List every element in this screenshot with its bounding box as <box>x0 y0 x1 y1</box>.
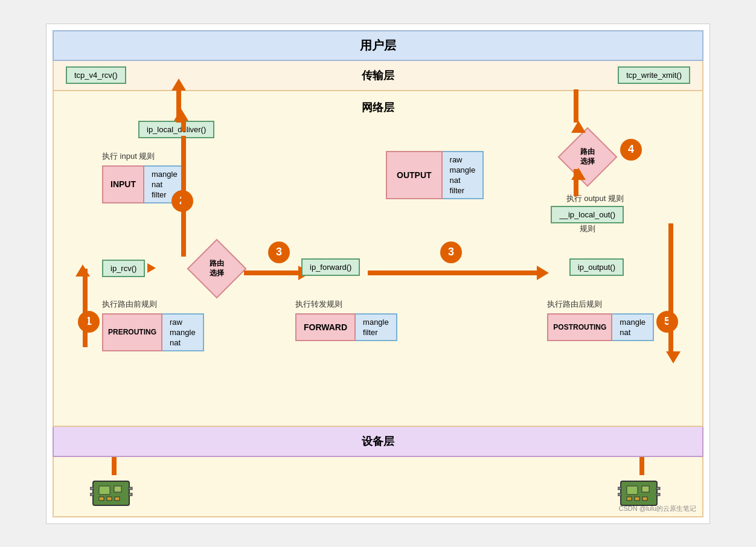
arrow-forward-to-output <box>368 266 549 280</box>
prerouting-section: 执行路由前规则 PREROUTING raw mangle nat <box>102 299 204 351</box>
left-arrow-line <box>83 269 88 347</box>
ip-rcv-box: ip_rcv() <box>102 260 145 277</box>
watermark: CSDN @lulu的云原生笔记 <box>618 504 696 513</box>
routing-diamond-top: 路由选择 <box>563 133 612 181</box>
device-layer: 设备层 <box>53 427 703 457</box>
execute-input-label: 执行 input 规则 <box>102 151 186 162</box>
svg-rect-14 <box>635 497 639 501</box>
svg-rect-3 <box>99 497 104 501</box>
tcp-write-xmit-box: tcp_write_xmit() <box>618 66 690 84</box>
routing-diamond-middle: 路由选择 <box>193 245 241 293</box>
below-device-layer: CSDN @lulu的云原生笔记 <box>53 457 703 517</box>
ip-output-box: ip_output() <box>569 258 624 276</box>
output-rule-3: filter <box>450 186 476 195</box>
arrow-head-local-out <box>571 168 586 180</box>
forward-rule-0: mangle <box>363 318 389 327</box>
execute-forward-label: 执行转发规则 <box>295 299 397 310</box>
v-arrow-from-transport <box>574 89 578 123</box>
routing-label-top: 路由选择 <box>580 147 595 166</box>
output-chain: OUTPUT raw mangle nat filter <box>386 151 484 199</box>
prerouting-rule-2: nat <box>170 338 196 347</box>
svg-rect-6 <box>90 487 94 490</box>
svg-rect-19 <box>656 493 660 496</box>
arrow-rcv-to-routing <box>147 263 156 273</box>
left-arrow-into-device <box>112 457 117 475</box>
routing-label-middle: 路由选择 <box>210 259 224 278</box>
right-pcb-area <box>618 457 666 511</box>
right-arrow-into-device <box>639 457 644 475</box>
svg-rect-15 <box>642 497 647 501</box>
svg-rect-17 <box>618 493 621 496</box>
postrouting-section: 执行路由后规则 POSTROUTING mangle nat <box>547 299 654 341</box>
input-rule-1: nat <box>152 180 178 189</box>
tcp-v4-rcv-box: tcp_v4_rcv() <box>66 66 126 84</box>
user-layer: 用户层 <box>53 30 703 61</box>
ip-local-out-area: 执行 output 规则 __ip_local_out() 规则 <box>551 193 624 234</box>
prerouting-chain-rules: raw mangle nat <box>162 313 204 351</box>
svg-rect-2 <box>114 486 121 492</box>
right-arrow-line <box>668 223 673 353</box>
postrouting-chain-name: POSTROUTING <box>547 313 612 341</box>
v-arrow-2-down <box>181 154 186 257</box>
prerouting-chain-name: PREROUTING <box>102 313 162 351</box>
transport-layer: tcp_v4_rcv() 传输层 tcp_write_xmit() <box>53 61 703 91</box>
device-layer-label: 设备层 <box>362 434 394 449</box>
execute-output-label: 执行 output 规则 <box>551 193 624 204</box>
postrouting-rule-0: mangle <box>620 318 645 327</box>
arrow-routing-to-forward <box>244 266 310 280</box>
input-chain-name: INPUT <box>102 165 144 203</box>
arrow-head-output <box>537 266 549 280</box>
prerouting-rule-1: mangle <box>170 328 196 337</box>
prerouting-rule-0: raw <box>170 318 196 327</box>
forward-chain-rules: mangle filter <box>356 313 397 341</box>
output-rule-2: nat <box>450 176 476 185</box>
forward-chain: FORWARD mangle filter <box>295 313 397 341</box>
ip-local-deliver-box: ip_local_deliver() <box>138 121 214 138</box>
svg-rect-11 <box>627 486 638 494</box>
left-arrow-head-up <box>75 264 90 277</box>
postrouting-chain: POSTROUTING mangle nat <box>547 313 654 341</box>
transport-layer-label: 传输层 <box>362 68 394 83</box>
circle-1: 1 <box>78 311 100 333</box>
circle-4: 4 <box>620 139 642 161</box>
forward-section: 执行转发规则 FORWARD mangle filter <box>295 299 397 341</box>
forward-rule-1: filter <box>363 328 389 337</box>
svg-rect-4 <box>107 497 112 501</box>
user-layer-label: 用户层 <box>360 39 396 52</box>
middle-row: ip_rcv() <box>102 260 156 277</box>
arrow-head-into-routing <box>571 121 586 133</box>
output-rule-1: mangle <box>450 165 476 174</box>
svg-rect-7 <box>90 493 94 496</box>
output-section: OUTPUT raw mangle nat filter <box>386 151 484 199</box>
output-chain-rules: raw mangle nat filter <box>443 151 484 199</box>
svg-rect-10 <box>621 481 657 505</box>
up-arrow-net-transport <box>181 120 186 132</box>
circle-3-left: 3 <box>268 242 290 263</box>
output-chain-name: OUTPUT <box>386 151 443 199</box>
svg-rect-8 <box>129 487 132 490</box>
network-layer: 网络层 ip_local_deliver() 执行 input 规则 <box>53 91 703 427</box>
svg-rect-5 <box>115 497 120 501</box>
svg-rect-13 <box>627 497 632 501</box>
execute-prerouting-label: 执行路由前规则 <box>102 299 204 310</box>
svg-rect-18 <box>656 487 660 490</box>
prerouting-chain: PREROUTING raw mangle nat <box>102 313 204 351</box>
input-rule-0: mangle <box>152 170 178 179</box>
output-rule-0: raw <box>450 155 476 164</box>
left-pcb-icon <box>90 475 138 511</box>
ip-forward-area: ip_forward() <box>301 258 360 276</box>
network-inner: ip_local_deliver() 执行 input 规则 INPUT man… <box>66 121 690 417</box>
up-arrow-head <box>174 109 188 121</box>
circle-3-right: 3 <box>440 242 462 263</box>
diagram-wrapper: 用户层 tcp_v4_rcv() 传输层 tcp_write_xmit() 网络… <box>46 24 710 524</box>
svg-rect-9 <box>129 493 132 496</box>
svg-rect-16 <box>618 487 621 490</box>
network-layer-label: 网络层 <box>66 100 690 115</box>
svg-rect-12 <box>642 486 649 492</box>
postrouting-chain-rules: mangle nat <box>612 313 654 341</box>
ip-forward-box: ip_forward() <box>301 258 360 276</box>
right-arrow-head-down <box>666 351 681 363</box>
execute-postrouting-label: 执行路由后规则 <box>547 299 654 310</box>
circle-5: 5 <box>656 311 678 333</box>
svg-rect-0 <box>93 481 129 505</box>
